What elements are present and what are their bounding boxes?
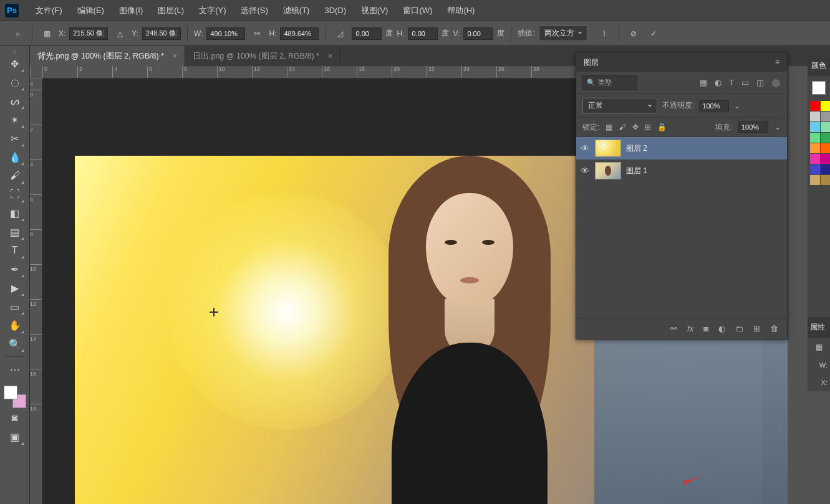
transform-tool-icon[interactable]: ⟐	[9, 26, 26, 42]
swatch-color[interactable]	[810, 154, 820, 164]
swatch-color[interactable]	[810, 175, 820, 185]
fill-input[interactable]	[738, 121, 768, 133]
crop-tool[interactable]: ✂	[6, 130, 24, 147]
layer-thumbnail[interactable]	[595, 140, 621, 157]
menu-help[interactable]: 帮助(H)	[440, 0, 482, 21]
filter-smart-icon[interactable]: ◫	[756, 78, 764, 87]
lock-all-icon[interactable]: 🔒	[657, 123, 667, 131]
menu-view[interactable]: 视图(V)	[354, 0, 395, 21]
warp-icon[interactable]: ⌇	[596, 26, 612, 42]
swatch-color[interactable]	[821, 175, 830, 185]
layer-thumbnail[interactable]	[595, 162, 621, 179]
skew-v-input[interactable]	[463, 27, 493, 40]
layer-filter-select[interactable]: 🔍 类型	[582, 75, 637, 90]
swatch-color[interactable]	[821, 143, 830, 153]
lock-transparency-icon[interactable]: ▦	[606, 123, 612, 131]
new-layer-icon[interactable]: ⊞	[753, 324, 760, 333]
menu-select[interactable]: 选择(S)	[233, 0, 275, 21]
blend-mode-select[interactable]: 正常	[582, 98, 657, 113]
screen-mode-icon[interactable]: ▣	[6, 428, 24, 445]
menu-layer[interactable]: 图层(L)	[150, 0, 191, 21]
toolbar-grip[interactable]: ⠿	[12, 50, 17, 54]
delta-icon[interactable]: △	[112, 26, 128, 42]
swatch-color[interactable]	[821, 164, 830, 174]
swatch-color[interactable]	[821, 101, 830, 111]
color-panel-tab[interactable]: 颜色	[808, 55, 830, 76]
lock-position-icon[interactable]: ✥	[632, 123, 639, 131]
menu-file[interactable]: 文件(F)	[28, 0, 70, 21]
lock-artboard-icon[interactable]: ⊞	[645, 123, 651, 131]
color-swatch-area[interactable]	[4, 386, 26, 408]
h-input[interactable]	[280, 27, 319, 40]
menu-window[interactable]: 窗口(W)	[395, 0, 440, 21]
lock-image-icon[interactable]: 🖌	[619, 123, 626, 131]
commit-icon[interactable]: ✓	[645, 26, 662, 42]
vertical-ruler[interactable]: 4 0 2 4 6 8 10 12 14 16 18	[30, 78, 42, 504]
layer-item[interactable]: 👁 图层 1	[576, 159, 787, 182]
rectangle-tool[interactable]: ▭	[6, 298, 24, 315]
brush-tool[interactable]: 🖌	[6, 167, 24, 184]
opacity-dropdown-icon[interactable]: ⌄	[734, 102, 740, 110]
swatch-color[interactable]	[810, 133, 820, 143]
swatch-color[interactable]	[821, 154, 830, 164]
zoom-tool[interactable]: 🔍	[6, 335, 24, 353]
swatch-color[interactable]	[810, 122, 820, 132]
document-tab-inactive[interactable]: 日出.png @ 100% (图层 2, RGB/8) * ×	[185, 46, 340, 66]
filter-type-icon[interactable]: T	[729, 78, 734, 87]
menu-type[interactable]: 文字(Y)	[191, 0, 233, 21]
quick-mask-icon[interactable]: ◙	[6, 409, 24, 427]
angle-input[interactable]	[352, 27, 382, 40]
eyedropper-tool[interactable]: 💧	[6, 148, 24, 166]
group-icon[interactable]: 🗀	[735, 324, 743, 333]
link-layers-icon[interactable]: ⚯	[670, 324, 677, 333]
hand-tool[interactable]: ✋	[6, 316, 24, 334]
skew-h-input[interactable]	[408, 27, 438, 40]
swatch-color[interactable]	[810, 164, 820, 174]
stamp-tool[interactable]: ⛶	[6, 186, 24, 203]
edit-toolbar-icon[interactable]: ⋯	[6, 361, 24, 378]
menu-filter[interactable]: 滤镜(T)	[276, 0, 317, 21]
swatch-color[interactable]	[821, 122, 830, 132]
panel-menu-icon[interactable]: ≡	[775, 58, 779, 67]
filter-toggle-icon[interactable]: ⬤	[771, 78, 781, 87]
fx-icon[interactable]: fx	[687, 324, 693, 333]
document-tab-active[interactable]: 背光.png @ 100% (图层 2, RGB/8) * ×	[30, 46, 185, 66]
swatch-color[interactable]	[810, 101, 820, 111]
adjustment-icon[interactable]: ◐	[718, 324, 725, 333]
close-icon[interactable]: ×	[328, 52, 332, 60]
filter-adjust-icon[interactable]: ◐	[715, 78, 721, 87]
move-tool[interactable]: ✥	[6, 55, 24, 72]
menu-3d[interactable]: 3D(D)	[317, 0, 354, 21]
type-tool[interactable]: T	[6, 242, 24, 259]
foreground-swatch[interactable]	[4, 386, 17, 399]
filter-pixel-icon[interactable]: ▦	[700, 78, 707, 87]
interpolation-select[interactable]: 两次立方	[539, 26, 587, 41]
layer-name[interactable]: 图层 1	[626, 166, 647, 176]
layers-tab[interactable]: 图层	[584, 57, 599, 68]
swatch-color[interactable]	[810, 143, 820, 153]
lasso-tool[interactable]: ᔕ	[6, 92, 24, 110]
pen-tool[interactable]: ✒	[6, 260, 24, 278]
swatch-color[interactable]	[821, 112, 830, 121]
reference-point-icon[interactable]: ▦	[39, 26, 55, 42]
link-icon[interactable]: ⚯	[249, 26, 265, 42]
properties-panel-tab[interactable]: 属性	[808, 317, 830, 338]
visibility-icon[interactable]: 👁	[580, 143, 590, 153]
menu-edit[interactable]: 编辑(E)	[70, 0, 112, 21]
mask-icon[interactable]: ◙	[703, 324, 708, 333]
path-select-tool[interactable]: ▶	[6, 279, 24, 297]
fill-dropdown-icon[interactable]: ⌄	[775, 123, 781, 131]
swatch-color[interactable]	[821, 133, 830, 143]
filter-shape-icon[interactable]: ▭	[741, 78, 749, 87]
menu-image[interactable]: 图像(I)	[112, 0, 150, 21]
layer-name[interactable]: 图层 2	[626, 143, 647, 154]
gradient-tool[interactable]: ▤	[6, 223, 24, 240]
w-input[interactable]	[206, 27, 245, 40]
cancel-icon[interactable]: ⊘	[625, 26, 642, 42]
y-input[interactable]	[142, 27, 181, 40]
close-icon[interactable]: ×	[173, 52, 177, 60]
color-current-swatch[interactable]	[812, 81, 826, 95]
magic-wand-tool[interactable]: ✴	[6, 111, 24, 128]
layer-item-selected[interactable]: 👁 图层 2	[576, 137, 787, 159]
visibility-icon[interactable]: 👁	[580, 166, 590, 176]
